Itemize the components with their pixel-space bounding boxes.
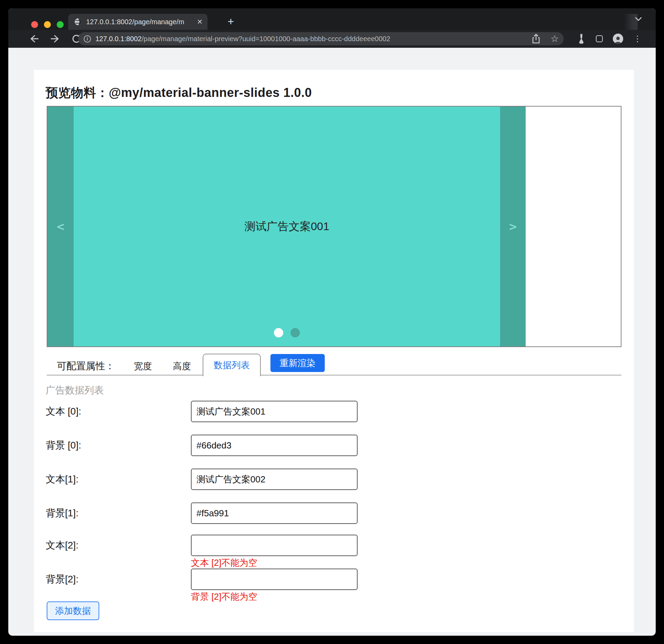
error-text: 文本 [2]不能为空: [191, 557, 257, 569]
new-tab-button[interactable]: +: [228, 16, 234, 27]
back-icon[interactable]: [28, 34, 39, 44]
tab-datalist[interactable]: 数据列表: [203, 354, 261, 376]
chevron-down-icon[interactable]: [635, 17, 642, 21]
bg-1-input[interactable]: [191, 502, 358, 524]
url-path: /page/manage/material-preview?uuid=10001…: [141, 35, 390, 43]
tab-strip: 127.0.0.1:8002/page/manage/m ✕ +: [8, 8, 656, 30]
slide-dot-indicators: [74, 328, 500, 337]
text-0-input[interactable]: [191, 401, 358, 422]
browser-toolbar: i 127.0.0.1:8002/page/manage/material-pr…: [8, 30, 656, 48]
row-label: 文本[1]:: [46, 473, 191, 486]
tab-height[interactable]: 高度: [173, 360, 191, 372]
kebab-menu-icon[interactable]: ⋮: [633, 34, 642, 44]
tabs-divider: [47, 375, 621, 375]
next-slide-button[interactable]: >: [500, 107, 526, 346]
browser-tab[interactable]: 127.0.0.1:8002/page/manage/m ✕: [68, 14, 208, 30]
row-label: 背景[2]:: [46, 573, 191, 586]
bg-0-input[interactable]: [191, 435, 358, 456]
row-label: 文本 [0]:: [46, 405, 191, 418]
slide-caption: 测试广告文案001: [245, 219, 329, 234]
toolbar-right-icons: ⋮: [577, 30, 642, 48]
form-row: 文本[2]: 文本 [2]不能为空: [46, 535, 391, 556]
form-row: 文本 [0]:: [46, 401, 391, 422]
prev-slide-button[interactable]: <: [47, 107, 74, 346]
info-icon[interactable]: i: [84, 35, 91, 43]
flask-icon[interactable]: [577, 34, 586, 44]
url-bar[interactable]: i 127.0.0.1:8002/page/manage/material-pr…: [78, 32, 564, 45]
tab-width[interactable]: 宽度: [134, 360, 152, 372]
form-row: 背景[1]:: [46, 502, 391, 524]
close-window-button[interactable]: [31, 21, 38, 28]
url-domain: 127.0.0.1:8002: [95, 35, 141, 43]
browser-window: 127.0.0.1:8002/page/manage/m ✕ + i 127.0…: [8, 8, 656, 636]
next-arrow-icon[interactable]: >: [509, 219, 517, 234]
row-label: 背景[1]:: [46, 507, 191, 520]
form-section-label: 广告数据列表: [46, 384, 104, 397]
material-preview-card: 预览物料：@my/material-banner-slides 1.0.0 < …: [34, 70, 634, 632]
url-text: 127.0.0.1:8002/page/manage/material-prev…: [95, 35, 390, 43]
error-text: 背景 [2]不能为空: [191, 591, 257, 603]
page-title: 预览物料：@my/material-banner-slides 1.0.0: [46, 84, 312, 101]
banner-slide: 测试广告文案001: [74, 107, 500, 346]
text-2-input[interactable]: [191, 535, 358, 556]
dot-indicator-active[interactable]: [274, 328, 283, 337]
add-data-button[interactable]: 添加数据: [47, 601, 99, 620]
tab-title: 127.0.0.1:8002/page/manage/m: [86, 18, 188, 26]
row-label: 背景 [0]:: [46, 439, 191, 452]
tab-close-icon[interactable]: ✕: [197, 18, 203, 25]
rerender-button[interactable]: 重新渲染: [270, 354, 325, 372]
tab-panel-icon[interactable]: [596, 35, 603, 42]
tab-title-fade: [624, 14, 638, 30]
share-icon[interactable]: [532, 34, 540, 44]
bg-2-input[interactable]: [191, 569, 358, 590]
dot-indicator-inactive[interactable]: [290, 328, 300, 337]
profile-avatar[interactable]: [613, 34, 623, 44]
form-row: 背景 [0]:: [46, 435, 391, 456]
minimize-window-button[interactable]: [44, 21, 51, 28]
traffic-lights: [31, 21, 64, 28]
globe-favicon-icon: [74, 18, 82, 26]
bookmark-star-icon[interactable]: ☆: [551, 34, 559, 44]
row-label: 文本[2]:: [46, 539, 191, 552]
form-row: 文本[1]:: [46, 469, 391, 490]
text-1-input[interactable]: [191, 469, 358, 490]
prev-arrow-icon[interactable]: <: [57, 219, 64, 234]
form-row: 背景[2]: 背景 [2]不能为空: [46, 569, 391, 590]
banner-preview: < 测试广告文案001 >: [47, 106, 621, 347]
zoom-window-button[interactable]: [57, 21, 64, 28]
props-bar-label: 可配置属性：: [57, 360, 115, 373]
forward-icon[interactable]: [50, 34, 61, 44]
